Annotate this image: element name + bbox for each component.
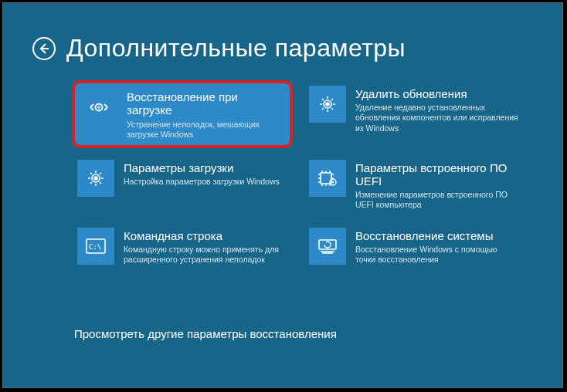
tile-startup-settings[interactable]: Параметры загрузки Настройка параметров …: [74, 157, 290, 214]
tile-title: Восстановление системы: [355, 229, 519, 242]
recovery-screen: Дополнительные параметры Восстановление …: [2, 2, 563, 388]
tile-title: Восстановление при загрузке: [127, 90, 284, 117]
tile-title: Командная строка: [124, 229, 287, 242]
tile-desc: Удаление недавно установленных обновлени…: [355, 103, 519, 133]
gear-icon: [77, 160, 114, 197]
chip-gear-icon: [309, 160, 346, 197]
tile-startup-repair[interactable]: Восстановление при загрузке Устранение н…: [74, 83, 290, 146]
tile-command-prompt[interactable]: C:\ Командная строка Командную строку мо…: [74, 225, 290, 269]
back-arrow-icon: [38, 42, 50, 55]
tile-text: Восстановление при загрузке Устранение н…: [127, 89, 284, 140]
svg-point-5: [94, 177, 97, 180]
svg-point-3: [326, 103, 329, 106]
options-grid: Восстановление при загрузке Устранение н…: [74, 83, 522, 268]
terminal-icon: C:\: [77, 228, 114, 265]
svg-text:C:\: C:\: [89, 243, 101, 251]
wrench-code-icon: [80, 89, 117, 126]
tile-text: Параметры загрузки Настройка параметров …: [124, 160, 287, 211]
back-button[interactable]: [32, 37, 56, 60]
tile-desc: Устранение неполадок, мешающих загрузке …: [127, 120, 284, 140]
tile-text: Удалить обновления Удаление недавно уста…: [355, 86, 519, 143]
tile-text: Параметры встроенного ПО UEFI Изменение …: [355, 160, 519, 211]
tile-uninstall-updates[interactable]: Удалить обновления Удаление недавно уста…: [306, 83, 522, 146]
tile-desc: Восстановление Windows с помощью точки в…: [355, 245, 519, 265]
tile-uefi-settings[interactable]: Параметры встроенного ПО UEFI Изменение …: [306, 157, 522, 214]
tile-text: Командная строка Командную строку можно …: [124, 228, 287, 265]
restore-icon: [309, 228, 346, 265]
tile-desc: Командную строку можно применять для рас…: [124, 245, 287, 265]
tile-desc: Настройка параметров загрузки Windows: [124, 177, 287, 187]
svg-point-8: [332, 181, 334, 183]
svg-point-1: [98, 106, 100, 109]
tile-title: Параметры встроенного ПО UEFI: [355, 161, 519, 188]
more-options-link[interactable]: Просмотреть другие параметры восстановле…: [74, 327, 337, 340]
tile-title: Удалить обновления: [355, 87, 519, 100]
tile-title: Параметры загрузки: [124, 161, 287, 174]
tile-text: Восстановление системы Восстановление Wi…: [355, 228, 519, 265]
page-title: Дополнительные параметры: [66, 34, 406, 63]
tile-system-restore[interactable]: Восстановление системы Восстановление Wi…: [306, 225, 522, 269]
gear-icon: [309, 86, 346, 123]
header: Дополнительные параметры: [32, 34, 406, 63]
tile-desc: Изменение параметров встроенного ПО UEFI…: [355, 190, 519, 210]
